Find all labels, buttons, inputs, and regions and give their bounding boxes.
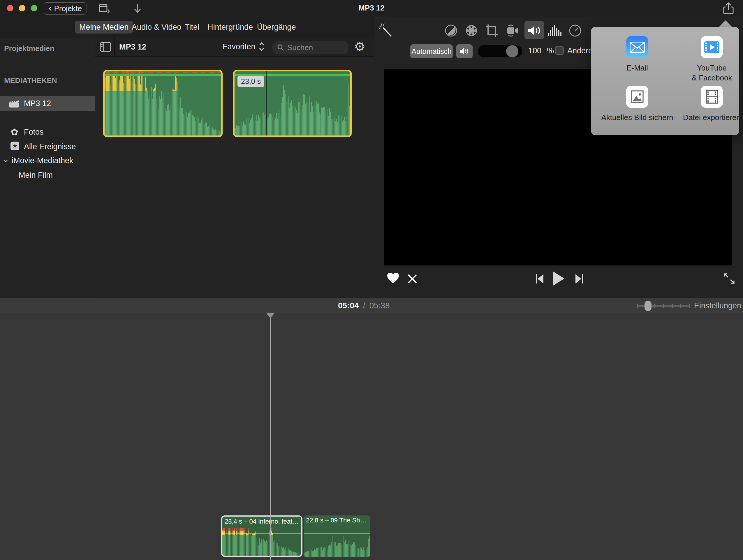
save-current-frame-icon: [626, 86, 648, 108]
time-separator: /: [363, 301, 365, 310]
timeline-clip-label: 28,4 s – 04 Inferno, feat…: [225, 518, 300, 525]
timeline-zoom-slider[interactable]: [637, 302, 690, 310]
sidebar-mein-film-label: Mein Film: [19, 171, 53, 180]
photos-flower-icon: ✿: [10, 126, 18, 137]
audio-waveform: [104, 71, 221, 135]
clip-appearance-gear-icon[interactable]: ⚙: [354, 39, 365, 54]
sidebar-item-fotos[interactable]: ✿ Fotos: [0, 125, 95, 139]
browser-title: MP3 12: [119, 43, 146, 52]
timeline[interactable]: [0, 313, 743, 560]
clip-duration-badge: 23,0 s: [237, 76, 264, 87]
skimmer-line: [266, 71, 267, 135]
title-bar: ‹ Projekte ♪ MP3 12: [0, 0, 743, 16]
youtube-facebook-icon: [701, 36, 723, 58]
sidebar-imovie-mediathek-label: iMovie-Mediathek: [12, 156, 74, 165]
zoom-slider-thumb[interactable]: [645, 301, 652, 311]
share-item-label2: & Facebook: [681, 74, 742, 82]
enhance-wand-icon[interactable]: [378, 23, 394, 39]
play-button[interactable]: [552, 271, 565, 288]
crop-icon[interactable]: [484, 23, 500, 39]
playhead-handle[interactable]: [266, 313, 275, 318]
favorite-heart-button[interactable]: [387, 272, 399, 285]
favorite-stripe: [104, 74, 221, 76]
sidebar-project-label: MP3 12: [24, 99, 51, 108]
share-item-label: Datei exportieren: [664, 113, 743, 122]
color-balance-icon[interactable]: [443, 23, 459, 39]
tab-uebergaenge[interactable]: Übergänge: [253, 21, 300, 34]
export-file-icon: [701, 86, 723, 108]
search-input[interactable]: Suchen: [272, 41, 348, 54]
updown-chevrons-icon: [258, 41, 265, 52]
playhead-line[interactable]: [270, 313, 271, 560]
skip-to-start-button[interactable]: [535, 273, 544, 285]
email-icon: [626, 36, 648, 58]
project-media-section-header: Projektmedien: [4, 44, 54, 53]
disclosure-chevron-icon: ⌄: [2, 155, 9, 164]
search-placeholder: Suchen: [287, 43, 313, 52]
skip-to-end-button[interactable]: [575, 273, 584, 285]
search-icon: [277, 44, 285, 51]
filter-label: Favoriten: [223, 42, 256, 51]
total-time: 05:38: [369, 301, 390, 310]
timeline-header: 05:04 / 05:38 Einstellungen: [0, 298, 743, 313]
media-tab-strip: Meine Medien Audio & Video Titel Hinterg…: [0, 16, 375, 38]
other-clips-checkbox[interactable]: [555, 46, 564, 55]
percent-sign: %: [547, 46, 554, 55]
volume-icon[interactable]: [526, 23, 542, 39]
clapperboard-icon: [9, 99, 20, 109]
sidebar: Projektmedien MP3 12 MEDIATHEKEN ✿ Fotos…: [0, 38, 96, 298]
speaker-icon: [460, 47, 469, 56]
tab-meine-medien[interactable]: Meine Medien: [75, 21, 133, 34]
color-correction-icon[interactable]: [463, 23, 480, 39]
speed-icon[interactable]: [567, 23, 583, 39]
header-divider: [114, 38, 115, 56]
share-item-label: E-Mail: [607, 63, 668, 73]
sidebar-toggle-icon[interactable]: [100, 42, 112, 54]
all-events-star-icon: ★: [10, 142, 19, 150]
timeline-clip-the-sh[interactable]: 22,8 s – 09 The Sh…: [304, 515, 370, 557]
tab-audio-video[interactable]: Audio & Video: [128, 21, 186, 34]
timeline-settings-button[interactable]: Einstellungen: [694, 301, 741, 310]
tab-titel[interactable]: Titel: [181, 21, 203, 34]
sidebar-item-imovie-mediathek[interactable]: ⌄ iMovie-Mediathek: [0, 153, 95, 167]
volume-slider-knob[interactable]: [506, 45, 518, 57]
tab-hintergruende[interactable]: Hintergründe: [203, 21, 257, 34]
timeline-clip-inferno[interactable]: 28,4 s – 04 Inferno, feat…: [221, 515, 302, 557]
mute-speaker-button[interactable]: [456, 44, 473, 58]
sidebar-item-mein-film[interactable]: Mein Film: [0, 167, 95, 181]
sidebar-alle-ereignisse-label: Alle Ereignisse: [24, 142, 76, 151]
fullscreen-icon[interactable]: [723, 272, 735, 286]
share-item-label: YouTube: [681, 63, 742, 73]
sidebar-item-project-mp3-12[interactable]: MP3 12: [0, 96, 95, 111]
clipping-indicator-dashes: [104, 72, 221, 73]
browser-header: MP3 12 Favoriten Suchen ⚙: [95, 38, 374, 57]
volume-percent-value: 100: [528, 46, 541, 55]
current-time: 05:04: [338, 301, 359, 310]
window-title: MP3 12: [0, 3, 743, 12]
time-display: 05:04 / 05:38: [338, 301, 390, 310]
share-button[interactable]: [723, 2, 734, 16]
reject-x-button[interactable]: [406, 273, 418, 286]
automatic-volume-button[interactable]: Automatisch: [410, 44, 453, 58]
clip-volume-line[interactable]: [222, 533, 301, 533]
clip-volume-line[interactable]: [304, 533, 370, 533]
timeline-clip-label: 22,8 s – 09 The Sh…: [306, 517, 368, 524]
share-popup-arrow: [718, 20, 733, 28]
browser-clip-inferno[interactable]: [103, 70, 223, 137]
sidebar-fotos-label: Fotos: [24, 128, 44, 137]
favorites-filter-dropdown[interactable]: Favoriten: [223, 41, 265, 52]
noise-reduction-icon[interactable]: [547, 23, 563, 39]
share-menu-popup: E-Mail YouTube & Facebook Aktuelles Bild…: [591, 27, 739, 135]
libraries-section-header: MEDIATHEKEN: [4, 76, 57, 85]
imovie-window: ‹ Projekte ♪ MP3 12 Meine Medien Audio &…: [0, 0, 743, 560]
sidebar-item-alle-ereignisse[interactable]: ★ Alle Ereignisse: [0, 139, 95, 153]
browser-clip-the-sh[interactable]: 23,0 s: [233, 70, 352, 137]
stabilization-icon[interactable]: [504, 23, 520, 39]
